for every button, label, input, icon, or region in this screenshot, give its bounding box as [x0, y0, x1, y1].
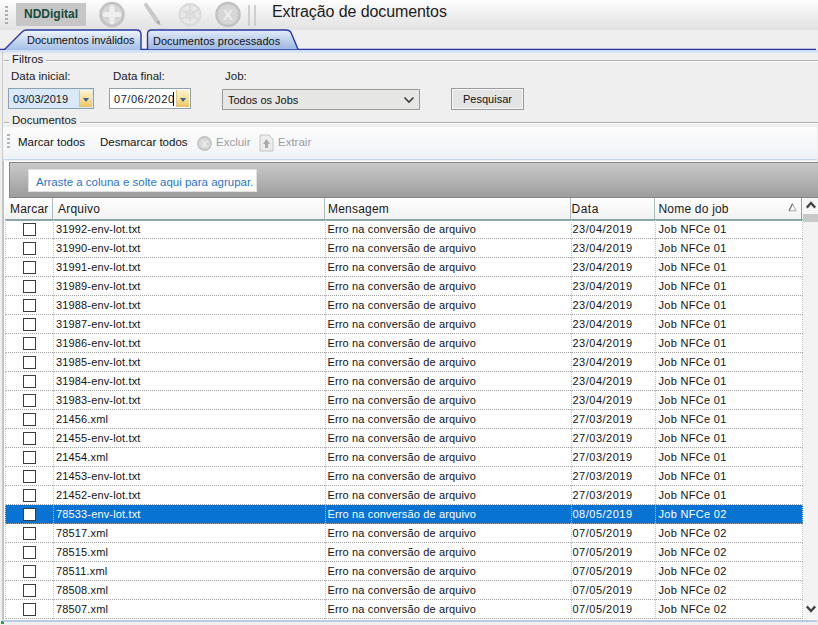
svg-text:X: X — [223, 6, 233, 23]
svg-text:X: X — [201, 139, 207, 149]
